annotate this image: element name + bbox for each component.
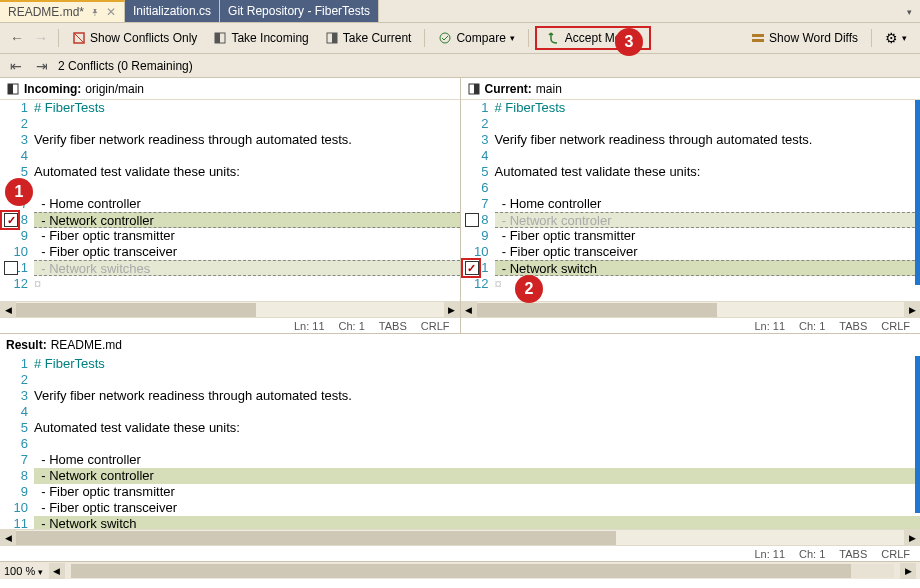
merge-toolbar: ← → Show Conflicts Only Take Incoming Ta… <box>0 22 920 54</box>
take-incoming-icon <box>213 31 227 45</box>
horizontal-scrollbar[interactable]: ◀ ▶ <box>0 529 920 545</box>
tab-label: Initialization.cs <box>133 4 211 18</box>
tab-initialization[interactable]: Initialization.cs <box>125 0 220 22</box>
current-header: Current: main <box>461 78 921 100</box>
show-word-diffs-button[interactable]: Show Word Diffs <box>744 27 865 49</box>
result-pane: Result: README.md 123456789101112 # Fibe… <box>0 334 920 561</box>
code-lines: # FiberTests Verify fiber network readin… <box>34 356 920 529</box>
code-lines: # FiberTests Verify fiber network readin… <box>495 100 921 301</box>
pane-icon <box>6 82 20 96</box>
vertical-scroll-indicator[interactable] <box>915 100 920 285</box>
zoom-dropdown[interactable]: 100 % <box>4 565 43 577</box>
scroll-left-arrow[interactable]: ◀ <box>0 530 16 546</box>
scroll-left-arrow[interactable]: ◀ <box>0 302 16 318</box>
horizontal-scrollbar[interactable]: ◀ ▶ <box>461 301 921 317</box>
take-current-icon <box>325 31 339 45</box>
document-tabs: README.md* 🖈 ✕ Initialization.cs Git Rep… <box>0 0 920 22</box>
compare-dropdown[interactable]: Compare <box>431 27 521 49</box>
svg-rect-10 <box>8 84 13 94</box>
tab-label: Git Repository - FiberTests <box>228 4 370 18</box>
svg-rect-12 <box>474 84 479 94</box>
tab-overflow-dropdown[interactable] <box>899 0 920 22</box>
incoming-pane: Incoming: origin/main 123456789101112 # … <box>0 78 461 333</box>
callout-1: 1 <box>5 178 33 206</box>
incoming-code[interactable]: 123456789101112 # FiberTests Verify fibe… <box>0 100 460 301</box>
vertical-scroll-indicator[interactable] <box>915 356 920 513</box>
conflict-checkbox-3[interactable] <box>465 213 479 227</box>
conflict-navigation-bar: ⇤ ⇥ 2 Conflicts (0 Remaining) <box>0 54 920 78</box>
line-gutter: 123456789101112 <box>0 356 34 529</box>
pane-icon <box>467 82 481 96</box>
svg-point-6 <box>440 33 450 43</box>
current-statusbar: Ln: 11 Ch: 1 TABS CRLF <box>461 317 921 333</box>
forward-button: → <box>30 28 52 48</box>
back-button[interactable]: ← <box>6 28 28 48</box>
scroll-right-arrow[interactable]: ▶ <box>900 563 916 579</box>
current-code[interactable]: 123456789101112 # FiberTests Verify fibe… <box>461 100 921 301</box>
code-lines: # FiberTests Verify fiber network readin… <box>34 100 460 301</box>
conflict-checkbox-2[interactable] <box>4 261 18 275</box>
callout-3: 3 <box>615 28 643 56</box>
pin-icon[interactable]: 🖈 <box>90 7 100 18</box>
merge-icon <box>547 31 561 45</box>
svg-rect-8 <box>752 39 764 42</box>
close-icon[interactable]: ✕ <box>106 5 116 19</box>
svg-rect-3 <box>215 33 220 43</box>
svg-rect-5 <box>332 33 337 43</box>
conflict-checkbox-4[interactable] <box>465 261 479 275</box>
take-incoming-button[interactable]: Take Incoming <box>206 27 315 49</box>
scroll-left-arrow[interactable]: ◀ <box>461 302 477 318</box>
take-current-button[interactable]: Take Current <box>318 27 419 49</box>
first-conflict-button[interactable]: ⇤ <box>6 56 26 76</box>
split-diff-container: Incoming: origin/main 123456789101112 # … <box>0 78 920 334</box>
svg-rect-7 <box>752 34 764 37</box>
scroll-left-arrow[interactable]: ◀ <box>49 563 65 579</box>
callout-2: 2 <box>515 275 543 303</box>
result-code[interactable]: 123456789101112 # FiberTests Verify fibe… <box>0 356 920 529</box>
incoming-statusbar: Ln: 11 Ch: 1 TABS CRLF <box>0 317 460 333</box>
settings-button[interactable]: ⚙ <box>878 26 914 50</box>
scroll-right-arrow[interactable]: ▶ <box>444 302 460 318</box>
conflict-count-label: 2 Conflicts (0 Remaining) <box>58 59 193 73</box>
tab-git-repository[interactable]: Git Repository - FiberTests <box>220 0 379 22</box>
incoming-header: Incoming: origin/main <box>0 78 460 100</box>
word-diffs-icon <box>751 31 765 45</box>
conflict-checkbox-1[interactable] <box>4 213 18 227</box>
horizontal-scrollbar[interactable]: ◀ ▶ <box>0 301 460 317</box>
gear-icon: ⚙ <box>885 30 898 46</box>
next-conflict-button[interactable]: ⇥ <box>32 56 52 76</box>
show-conflicts-only-button[interactable]: Show Conflicts Only <box>65 27 204 49</box>
compare-icon <box>438 31 452 45</box>
scroll-right-arrow[interactable]: ▶ <box>904 302 920 318</box>
scroll-right-arrow[interactable]: ▶ <box>904 530 920 546</box>
conflicts-icon <box>72 31 86 45</box>
svg-line-1 <box>74 33 84 43</box>
tab-label: README.md* <box>8 5 84 19</box>
tab-readme[interactable]: README.md* 🖈 ✕ <box>0 0 125 22</box>
editor-footer: 100 % ◀ ▶ <box>0 561 920 579</box>
result-header: Result: README.md <box>0 334 920 356</box>
result-statusbar: Ln: 11 Ch: 1 TABS CRLF <box>0 545 920 561</box>
